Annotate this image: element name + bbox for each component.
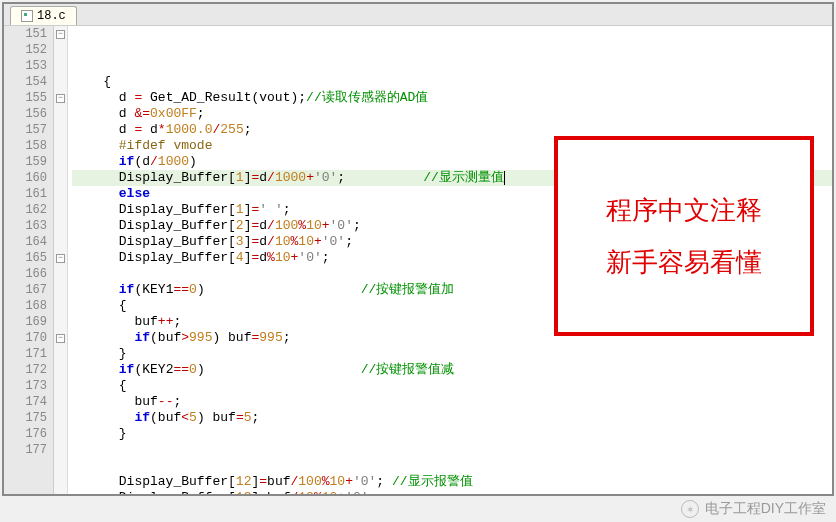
- line-number: 157: [4, 122, 47, 138]
- file-tab[interactable]: 18.c: [10, 6, 77, 25]
- line-number: 162: [4, 202, 47, 218]
- line-number: 167: [4, 282, 47, 298]
- fold-cell: [54, 282, 67, 298]
- fold-cell: [54, 186, 67, 202]
- watermark: ✶ 电子工程DIY工作室: [681, 500, 826, 518]
- fold-cell[interactable]: −: [54, 250, 67, 266]
- code-line[interactable]: if(KEY2==0) //按键报警值减: [72, 362, 832, 378]
- code-line[interactable]: [72, 442, 832, 458]
- tab-bar: 18.c: [4, 4, 832, 26]
- line-number: 173: [4, 378, 47, 394]
- code-line[interactable]: d = Get_AD_Result(vout);//读取传感器的AD值: [72, 90, 832, 106]
- line-number: 175: [4, 410, 47, 426]
- fold-cell: [54, 58, 67, 74]
- code-line[interactable]: Display_Buffer[13]=buf/10%10+'0';: [72, 490, 832, 494]
- line-number: 172: [4, 362, 47, 378]
- text-cursor: [504, 171, 505, 185]
- fold-cell: [54, 138, 67, 154]
- line-number: 159: [4, 154, 47, 170]
- annotation-line2: 新手容易看懂: [606, 254, 762, 270]
- fold-cell: [54, 218, 67, 234]
- editor-area: 1511521531541551561571581591601611621631…: [4, 26, 832, 494]
- fold-cell[interactable]: −: [54, 330, 67, 346]
- fold-cell: [54, 202, 67, 218]
- annotation-line1: 程序中文注释: [606, 202, 762, 218]
- code-line[interactable]: }: [72, 346, 832, 362]
- fold-cell: [54, 394, 67, 410]
- line-number: 153: [4, 58, 47, 74]
- fold-cell: [54, 442, 67, 458]
- watermark-text: 电子工程DIY工作室: [705, 500, 826, 518]
- file-icon: [21, 10, 33, 22]
- line-number: 171: [4, 346, 47, 362]
- fold-cell: [54, 266, 67, 282]
- code-line[interactable]: Display_Buffer[12]=buf/100%10+'0'; //显示报…: [72, 474, 832, 490]
- code-line[interactable]: buf--;: [72, 394, 832, 410]
- fold-cell: [54, 314, 67, 330]
- line-number: 168: [4, 298, 47, 314]
- code-line[interactable]: {: [72, 74, 832, 90]
- fold-gutter: −−−−: [54, 26, 68, 494]
- line-number: 177: [4, 442, 47, 458]
- ide-window: 18.c 15115215315415515615715815916016116…: [2, 2, 834, 496]
- code-line[interactable]: {: [72, 378, 832, 394]
- line-number: 154: [4, 74, 47, 90]
- line-number: 151: [4, 26, 47, 42]
- line-number: 158: [4, 138, 47, 154]
- fold-cell: [54, 170, 67, 186]
- line-number: 156: [4, 106, 47, 122]
- line-number-gutter: 1511521531541551561571581591601611621631…: [4, 26, 54, 494]
- line-number: 176: [4, 426, 47, 442]
- fold-cell: [54, 154, 67, 170]
- line-number: 170: [4, 330, 47, 346]
- fold-cell: [54, 122, 67, 138]
- fold-cell: [54, 346, 67, 362]
- fold-cell: [54, 378, 67, 394]
- line-number: 174: [4, 394, 47, 410]
- line-number: 155: [4, 90, 47, 106]
- code-line[interactable]: if(buf<5) buf=5;: [72, 410, 832, 426]
- line-number: 160: [4, 170, 47, 186]
- code-line[interactable]: }: [72, 426, 832, 442]
- code-area[interactable]: 程序中文注释 新手容易看懂 { d = Get_AD_Result(vout);…: [68, 26, 832, 494]
- fold-cell: [54, 362, 67, 378]
- line-number: 169: [4, 314, 47, 330]
- line-number: 161: [4, 186, 47, 202]
- fold-cell: [54, 74, 67, 90]
- fold-cell: [54, 298, 67, 314]
- line-number: 165: [4, 250, 47, 266]
- line-number: 164: [4, 234, 47, 250]
- annotation-overlay: 程序中文注释 新手容易看懂: [554, 136, 814, 336]
- code-line[interactable]: d &=0x00FF;: [72, 106, 832, 122]
- fold-toggle-icon[interactable]: −: [56, 334, 65, 343]
- fold-toggle-icon[interactable]: −: [56, 30, 65, 39]
- fold-toggle-icon[interactable]: −: [56, 94, 65, 103]
- fold-cell: [54, 42, 67, 58]
- code-line[interactable]: [72, 458, 832, 474]
- fold-cell: [54, 234, 67, 250]
- line-number: 152: [4, 42, 47, 58]
- fold-toggle-icon[interactable]: −: [56, 254, 65, 263]
- fold-cell[interactable]: −: [54, 90, 67, 106]
- fold-cell[interactable]: −: [54, 26, 67, 42]
- tab-filename: 18.c: [37, 9, 66, 23]
- fold-cell: [54, 426, 67, 442]
- fold-cell: [54, 106, 67, 122]
- wechat-icon: ✶: [681, 500, 699, 518]
- line-number: 163: [4, 218, 47, 234]
- line-number: 166: [4, 266, 47, 282]
- fold-cell: [54, 410, 67, 426]
